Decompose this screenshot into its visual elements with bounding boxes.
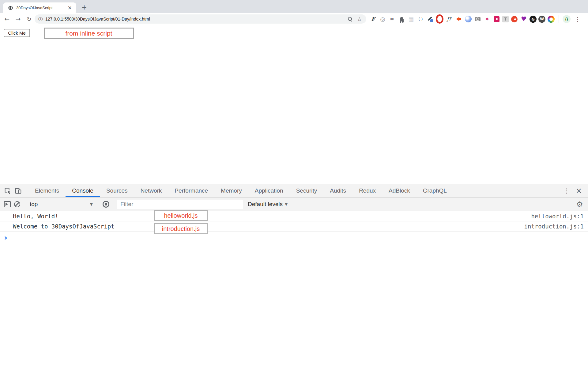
tamper-extension-icon[interactable]: T — [502, 16, 509, 22]
globe-favicon-icon — [8, 5, 13, 10]
extensions-row: F ◎ ▮▮ ▦ (·) ƒ? ✶ T ♥ G W {} ⋮ — [369, 13, 583, 25]
browser-menu-icon[interactable]: ⋮ — [572, 16, 583, 22]
profile-avatar[interactable]: {} — [563, 15, 571, 23]
grid-extension-icon[interactable]: ▦ — [407, 15, 415, 23]
new-tab-button[interactable]: + — [80, 3, 89, 12]
log-levels-label: Default levels — [248, 201, 283, 208]
introduction-annotation: introduction.js — [154, 223, 208, 234]
tab-strip: 30DaysOfJavaScript × + — [0, 0, 588, 13]
forward-icon[interactable]: → — [13, 15, 23, 23]
tab-elements[interactable]: Elements — [28, 184, 66, 197]
click-me-button[interactable]: Click Me — [4, 29, 30, 37]
toolbar-separator — [559, 15, 559, 23]
devtools-separator — [113, 200, 113, 208]
browser-tab[interactable]: 30DaysOfJavaScript × — [3, 2, 76, 13]
bug-extension-icon[interactable] — [398, 15, 405, 23]
devtools-panel: Elements Console Sources Network Perform… — [0, 184, 588, 368]
devtools-separator — [558, 187, 558, 195]
console-toolbar: top ▼ Default levels ▼ ⚙ — [0, 197, 588, 211]
devtools-close-icon[interactable]: × — [573, 186, 585, 195]
inline-script-annotation: from inline script — [44, 28, 134, 39]
console-filter-input[interactable] — [117, 200, 243, 209]
inspect-element-icon[interactable] — [2, 184, 13, 197]
chevron-down-icon: ▼ — [90, 202, 93, 206]
zoom-icon[interactable] — [347, 16, 353, 22]
address-bar[interactable]: ⓘ 127.0.0.1:5500/30DaysOfJavaScript/01-D… — [35, 14, 366, 24]
page-content: Click Me from inline script — [0, 25, 588, 184]
console-message-text: Hello, World! — [13, 213, 58, 220]
browser-toolbar: ← → ↻ ⓘ 127.0.0.1:5500/30DaysOfJavaScrip… — [0, 13, 588, 25]
devtools-separator — [99, 200, 99, 208]
back-icon[interactable]: ← — [2, 15, 12, 23]
g-circle-extension-icon[interactable]: G — [530, 16, 537, 23]
prompt-chevron-icon: › — [4, 233, 7, 242]
devtools-separator — [26, 187, 26, 194]
chevron-down-icon: ▼ — [285, 202, 288, 206]
tab-redux[interactable]: Redux — [352, 184, 382, 197]
tab-performance[interactable]: Performance — [168, 184, 214, 197]
reload-icon[interactable]: ↻ — [24, 15, 34, 23]
source-link[interactable]: helloworld.js:1 — [531, 213, 588, 220]
devtools-tabbar-right: ⋮ × — [555, 184, 588, 197]
stop-extension-icon[interactable] — [436, 15, 443, 23]
bookmark-star-icon[interactable]: ☆ — [357, 16, 362, 22]
function-extension-icon[interactable]: ƒ? — [445, 15, 453, 23]
log-levels-dropdown[interactable]: Default levels ▼ — [248, 201, 288, 208]
console-prompt[interactable]: › — [0, 232, 588, 244]
w-circle-extension-icon[interactable]: W — [538, 16, 545, 23]
devtools-separator — [24, 200, 24, 208]
spark-extension-icon[interactable]: ✶ — [483, 15, 491, 23]
console-sidebar-icon[interactable] — [2, 199, 12, 209]
swirl-extension-icon[interactable] — [464, 15, 472, 23]
tab-memory[interactable]: Memory — [214, 184, 248, 197]
source-link[interactable]: introduction.js:1 — [524, 223, 588, 230]
device-toolbar-icon[interactable] — [13, 184, 23, 197]
heart-search-extension-icon[interactable]: ♥ — [520, 15, 528, 23]
devtools-menu-icon[interactable]: ⋮ — [560, 187, 573, 194]
url-host: 127.0.0.1:5500 — [45, 17, 74, 21]
eyedropper-extension-icon[interactable] — [426, 15, 434, 23]
lens-extension-icon[interactable]: ◎ — [379, 15, 386, 23]
tab-close-icon[interactable]: × — [66, 5, 73, 11]
devtools-separator — [572, 200, 572, 208]
camera-extension-icon[interactable] — [474, 15, 481, 23]
tab-console[interactable]: Console — [66, 184, 100, 197]
megaphone-extension-icon[interactable] — [455, 15, 462, 23]
url-path: /30DaysOfJavaScript/01-Day/index.html — [74, 17, 150, 21]
tab-graphql[interactable]: GraphQL — [417, 184, 453, 197]
console-message-row: Welcome to 30DaysOfJavaScript introducti… — [0, 221, 588, 232]
tab-sources[interactable]: Sources — [100, 184, 134, 197]
tab-application[interactable]: Application — [248, 184, 290, 197]
color-ring-extension-icon[interactable] — [547, 15, 555, 23]
tab-audits[interactable]: Audits — [323, 184, 352, 197]
context-selector[interactable]: top ▼ — [26, 197, 97, 211]
fontface-extension-icon[interactable]: F — [369, 15, 377, 23]
tab-network[interactable]: Network — [134, 184, 168, 197]
tab-title: 30DaysOfJavaScript — [16, 6, 66, 10]
helloworld-annotation: helloworld.js — [154, 210, 208, 221]
devtools-tabbar: Elements Console Sources Network Perform… — [0, 184, 588, 197]
console-messages: Hello, World! helloworld.js:1 Welcome to… — [0, 211, 588, 368]
console-message-text: Welcome to 30DaysOfJavaScript — [13, 223, 115, 230]
tab-security[interactable]: Security — [290, 184, 324, 197]
columns-extension-icon[interactable]: ▮▮ — [388, 15, 396, 23]
live-expression-eye-icon[interactable] — [101, 199, 111, 209]
context-label: top — [30, 201, 38, 208]
gear-icon[interactable]: ⚙ — [576, 200, 583, 209]
site-info-icon[interactable]: ⓘ — [38, 16, 43, 22]
tab-adblock[interactable]: AdBlock — [382, 184, 417, 197]
clear-console-icon[interactable] — [12, 199, 22, 209]
pink-square-extension-icon[interactable] — [493, 15, 500, 23]
red-blob-extension-icon[interactable] — [511, 15, 518, 23]
paren-extension-icon[interactable]: (·) — [417, 15, 424, 23]
console-message-row: Hello, World! helloworld.js:1 — [0, 211, 588, 221]
